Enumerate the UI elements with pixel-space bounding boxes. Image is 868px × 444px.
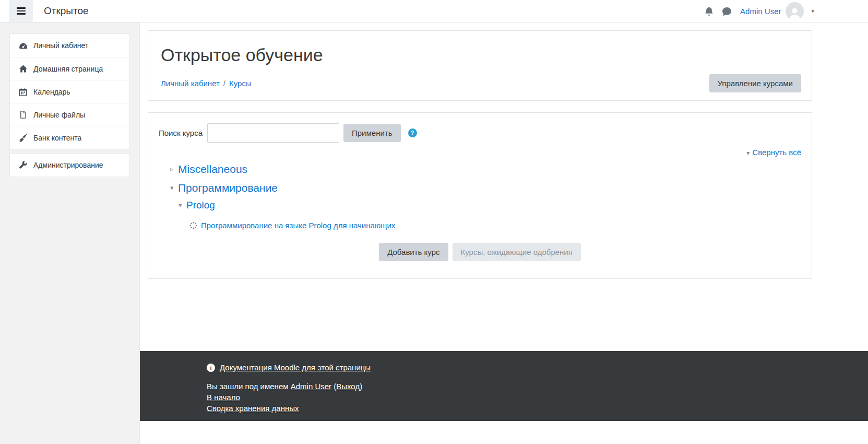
user-menu-link[interactable]: Admin User — [740, 7, 781, 16]
breadcrumb: Личный кабинет/Курсы — [161, 79, 252, 88]
logged-in-line: Вы зашли под именем Admin User (Выход) — [207, 381, 858, 392]
page-layout: Личный кабинет Домашняя страница Календа… — [0, 22, 868, 444]
sidebar-item-home[interactable]: Домашняя страница — [10, 57, 129, 80]
sidebar-admin-group: Администрирование — [9, 153, 130, 177]
page-header-card: Открытое обучение Личный кабинет/Курсы У… — [148, 30, 812, 101]
add-course-button[interactable]: Добавить курс — [379, 243, 448, 261]
menu-toggle-button[interactable] — [9, 0, 33, 22]
subcategory-link-prolog[interactable]: Prolog — [186, 200, 215, 211]
course-icon — [189, 221, 197, 229]
top-navbar: Открытое Admin User ▾ — [0, 0, 868, 22]
course-management-card: Поиск курса Применить ? ▾Свернуть всё ▹ … — [148, 112, 812, 279]
subcategory-row-prolog: ▾ Prolog — [159, 200, 801, 211]
pending-courses-button[interactable]: Курсы, ожидающие одобрения — [453, 243, 581, 261]
documentation-line: i Документация Moodle для этой страницы — [207, 363, 858, 372]
dashboard-icon — [18, 41, 28, 50]
course-search-label: Поиск курса — [159, 128, 203, 137]
caret-down-icon[interactable]: ▾ — [811, 8, 814, 15]
breadcrumb-link-courses[interactable]: Курсы — [229, 79, 252, 88]
sidebar-item-label: Календарь — [33, 88, 70, 96]
data-retention-link[interactable]: Сводка хранения данных — [207, 404, 299, 413]
sidebar-item-dashboard[interactable]: Личный кабинет — [10, 34, 129, 57]
sidebar-item-label: Личный кабинет — [33, 41, 88, 50]
category-link-programming[interactable]: Программирование — [178, 182, 278, 194]
home-link[interactable]: В начало — [207, 393, 240, 402]
logout-paren-close: ) — [360, 382, 362, 391]
collapse-all-row: ▾Свернуть всё — [159, 148, 801, 157]
messages-chat-icon[interactable] — [722, 7, 731, 16]
logout-link[interactable]: Выход — [336, 382, 360, 391]
home-icon — [18, 64, 28, 73]
home-line: В начало — [207, 392, 858, 403]
navbar-right: Admin User ▾ — [705, 2, 814, 20]
collapse-all-link[interactable]: Свернуть всё — [752, 148, 801, 157]
logged-in-user-link[interactable]: Admin User — [291, 382, 331, 391]
file-icon — [18, 111, 28, 119]
course-actions-row: Добавить курс Курсы, ожидающие одобрения — [159, 243, 801, 261]
apply-search-button[interactable]: Применить — [343, 124, 401, 142]
moodle-docs-link[interactable]: Документация Moodle для этой страницы — [220, 363, 371, 372]
bottom-spacer — [140, 421, 868, 444]
info-icon: i — [207, 364, 215, 372]
sidebar: Личный кабинет Домашняя страница Календа… — [0, 22, 140, 444]
page-footer: i Документация Moodle для этой страницы … — [140, 351, 868, 421]
course-search-input[interactable] — [207, 123, 339, 143]
caret-down-icon: ▾ — [746, 149, 750, 157]
avatar[interactable] — [786, 2, 804, 20]
manage-courses-button[interactable]: Управление курсами — [709, 74, 802, 92]
breadcrumb-separator: / — [223, 79, 225, 88]
course-search-row: Поиск курса Применить ? — [159, 123, 801, 143]
caret-down-icon[interactable]: ▾ — [170, 184, 178, 192]
paintbrush-icon — [18, 134, 28, 142]
help-icon[interactable]: ? — [408, 128, 417, 137]
person-icon — [788, 6, 802, 20]
category-tree: ▹ Miscellaneous ▾ Программирование ▾ Pro… — [159, 163, 801, 230]
category-link-miscellaneous[interactable]: Miscellaneous — [178, 163, 247, 176]
wrench-icon — [18, 161, 28, 169]
course-row: Программирование на языке Prolog для нач… — [159, 221, 801, 230]
sidebar-item-private-files[interactable]: Личные файлы — [10, 103, 129, 126]
content-column: Открытое обучение Личный кабинет/Курсы У… — [140, 22, 868, 444]
category-row-programming: ▾ Программирование — [159, 182, 801, 194]
sidebar-item-label: Администрирование — [33, 161, 103, 169]
sidebar-item-calendar[interactable]: Календарь — [10, 80, 129, 103]
main-region: Открытое обучение Личный кабинет/Курсы У… — [140, 22, 868, 351]
sidebar-item-administration[interactable]: Администрирование — [10, 154, 129, 177]
data-summary-line: Сводка хранения данных — [207, 403, 858, 414]
calendar-icon — [18, 88, 28, 96]
caret-right-icon[interactable]: ▹ — [170, 165, 178, 173]
site-title-link[interactable]: Открытое — [44, 5, 89, 17]
page-title: Открытое обучение — [161, 44, 801, 66]
sidebar-item-label: Банк контента — [33, 134, 81, 142]
caret-down-icon[interactable]: ▾ — [179, 201, 186, 209]
category-row-miscellaneous: ▹ Miscellaneous — [159, 163, 801, 176]
sidebar-item-content-bank[interactable]: Банк контента — [10, 126, 129, 149]
hamburger-icon — [17, 7, 26, 15]
logged-in-text: Вы зашли под именем — [207, 382, 289, 391]
sidebar-item-label: Домашняя страница — [33, 65, 103, 73]
course-link[interactable]: Программирование на языке Prolog для нач… — [201, 221, 395, 230]
breadcrumb-link-dashboard[interactable]: Личный кабинет — [161, 79, 220, 88]
sidebar-item-label: Личные файлы — [33, 111, 85, 119]
sidebar-main-group: Личный кабинет Домашняя страница Календа… — [9, 33, 130, 149]
notifications-bell-icon[interactable] — [705, 7, 714, 16]
